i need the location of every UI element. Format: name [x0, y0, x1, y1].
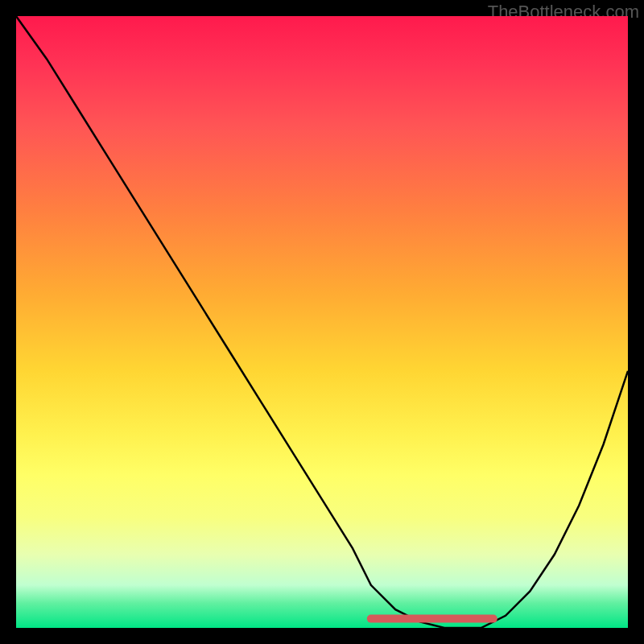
chart-svg	[16, 16, 628, 628]
plot-area	[16, 16, 628, 628]
chart-container: TheBottleneck.com	[0, 0, 644, 644]
bottleneck-curve-path	[16, 16, 628, 628]
